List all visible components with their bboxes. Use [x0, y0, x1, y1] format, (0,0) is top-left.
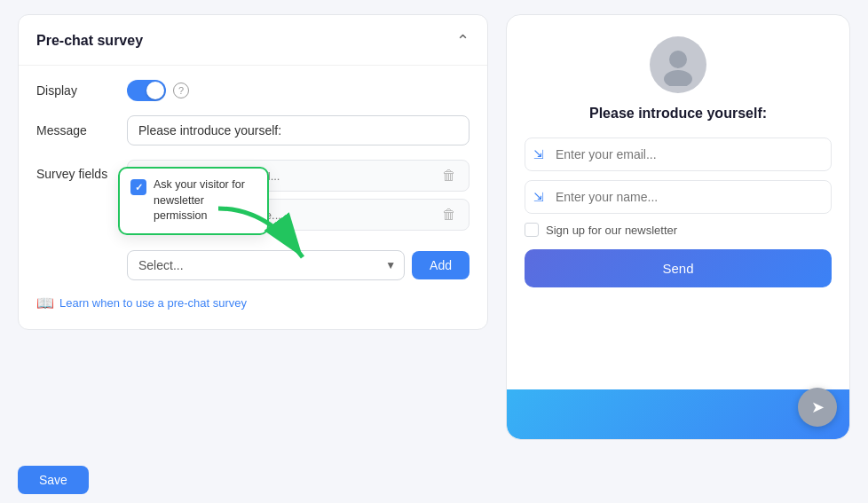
- display-toggle[interactable]: [127, 80, 166, 101]
- settings-panel: Pre-chat survey ⌃ Display ? Message Surv…: [18, 14, 488, 330]
- avatar-svg: [657, 43, 699, 86]
- send-icon: ➤: [811, 397, 825, 417]
- save-button[interactable]: Save: [18, 466, 89, 494]
- field-type-select[interactable]: Select...: [127, 250, 405, 280]
- chat-email-input[interactable]: [525, 138, 832, 171]
- chat-footer: [507, 389, 849, 439]
- select-add-row: Select... ▼ Add: [127, 250, 470, 280]
- panel-header: Pre-chat survey ⌃: [19, 15, 487, 66]
- panel-title: Pre-chat survey: [36, 33, 143, 49]
- message-row: Message: [36, 115, 470, 145]
- avatar: [650, 36, 706, 93]
- name-delete-btn[interactable]: 🗑: [438, 205, 460, 224]
- display-label: Display: [36, 83, 116, 98]
- email-field-icon: ⇲: [533, 147, 544, 161]
- survey-fields-row: Survey fields Email 🗑 Ask your visitor f…: [36, 160, 470, 238]
- chat-fab-button[interactable]: ➤: [798, 388, 837, 427]
- learn-link[interactable]: Learn when to use a pre-chat survey: [59, 296, 247, 310]
- message-label: Message: [36, 123, 116, 138]
- newsletter-checkbox[interactable]: [525, 223, 539, 237]
- chat-greeting: Please introduce yourself:: [589, 106, 767, 122]
- survey-fields-label: Survey fields: [36, 160, 116, 181]
- collapse-icon[interactable]: ⌃: [456, 31, 470, 51]
- message-input[interactable]: [127, 115, 470, 145]
- chat-preview-inner: Please introduce yourself: ⇲ ⇲ Sign up f…: [507, 15, 849, 312]
- chat-preview-panel: Please introduce yourself: ⇲ ⇲ Sign up f…: [506, 14, 850, 440]
- display-row: Display ?: [36, 80, 470, 101]
- tooltip-text: Ask your visitor for newsletter permissi…: [154, 177, 256, 224]
- select-wrapper: Select... ▼: [127, 250, 405, 280]
- svg-point-2: [664, 70, 692, 86]
- name-field-icon: ⇲: [533, 190, 544, 204]
- panel-body: Display ? Message Survey fields Email: [19, 66, 487, 329]
- email-delete-btn[interactable]: 🗑: [438, 166, 460, 185]
- toggle-wrapper: ?: [127, 80, 189, 101]
- svg-point-1: [669, 51, 687, 68]
- newsletter-row: Sign up for our newsletter: [525, 223, 832, 237]
- fields-container: Email 🗑 Ask your visitor for newsletter …: [127, 160, 470, 238]
- learn-link-row: 📖 Learn when to use a pre-chat survey: [36, 295, 470, 311]
- email-input-wrapper: ⇲: [525, 138, 832, 171]
- name-input-wrapper: ⇲: [525, 180, 832, 214]
- help-icon[interactable]: ?: [173, 83, 189, 98]
- send-button[interactable]: Send: [525, 249, 832, 287]
- tooltip-checkbox[interactable]: [130, 179, 146, 195]
- book-icon: 📖: [36, 295, 54, 311]
- newsletter-label: Sign up for our newsletter: [546, 224, 677, 237]
- bottom-bar: Save: [0, 457, 868, 503]
- chat-name-input[interactable]: [525, 180, 832, 214]
- newsletter-tooltip: Ask your visitor for newsletter permissi…: [118, 167, 269, 235]
- add-button[interactable]: Add: [412, 251, 470, 279]
